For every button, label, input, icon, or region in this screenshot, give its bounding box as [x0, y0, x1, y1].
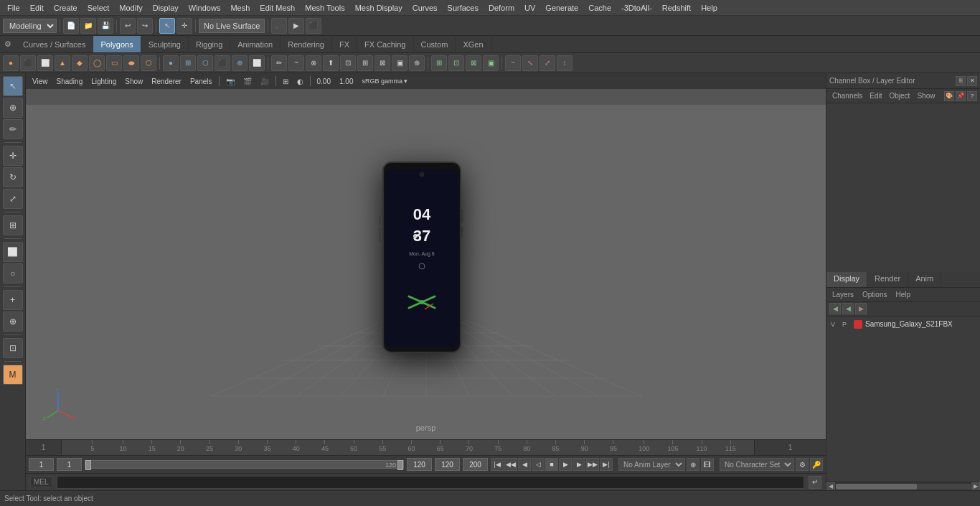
tb-new[interactable]: 📄	[63, 18, 79, 34]
frame-range-slider[interactable]: 120	[85, 460, 404, 469]
tb2-cone[interactable]: ▲	[55, 55, 70, 71]
skip-to-end-btn[interactable]: ▶|	[600, 458, 613, 471]
menu-3dtoall[interactable]: -3DtoAll-	[617, 2, 656, 14]
layers-menu[interactable]: Layers	[829, 291, 857, 299]
rp-scroll-left-btn[interactable]: ◀	[826, 482, 835, 491]
tb2-cube2[interactable]: ⬜	[37, 55, 53, 71]
vp-cam3[interactable]: 🎥	[257, 77, 273, 86]
display-tab-render[interactable]: Render	[867, 272, 908, 287]
tb2-cube[interactable]: ⬛	[20, 55, 36, 71]
lt-maya-logo[interactable]: M	[3, 365, 23, 385]
vp-panels[interactable]: Panels	[187, 77, 216, 86]
tab-rendering[interactable]: Rendering	[281, 36, 332, 52]
vp-renderer[interactable]: Renderer	[148, 77, 185, 86]
vp-scale[interactable]: 1.00	[336, 77, 357, 86]
tb-move[interactable]: ✛	[176, 18, 192, 34]
tb2-bridge[interactable]: ⊠	[374, 55, 390, 71]
cb-close-btn[interactable]: ✕	[967, 76, 977, 86]
tb2-shape5[interactable]: ⊕	[232, 55, 248, 71]
tb-render2[interactable]: ⬛	[306, 18, 321, 34]
cb-object[interactable]: Object	[887, 91, 913, 100]
next-frame-btn[interactable]: ▶	[573, 458, 585, 471]
tb2-uvl[interactable]: ⊞	[431, 55, 447, 71]
stop-btn[interactable]: ■	[545, 458, 558, 471]
menu-modify[interactable]: Modify	[115, 2, 146, 14]
step-fwd-btn[interactable]: ▶▶	[586, 458, 599, 471]
tb2-pipe[interactable]: ⬡	[141, 55, 156, 71]
menu-display[interactable]: Display	[149, 2, 183, 14]
menu-select[interactable]: Select	[83, 2, 114, 14]
menu-uv[interactable]: UV	[520, 2, 540, 14]
tb2-shape1[interactable]: ●	[163, 55, 179, 71]
tab-custom[interactable]: Custom	[414, 36, 456, 52]
tb2-def1[interactable]: ~	[505, 55, 521, 71]
cb-float-btn[interactable]: ⎘	[956, 76, 966, 86]
tb2-torus[interactable]: ◯	[89, 55, 105, 71]
layer-add2-btn[interactable]: ◀	[842, 303, 854, 314]
slider-thumb[interactable]	[85, 460, 91, 470]
menu-surfaces[interactable]: Surfaces	[443, 2, 483, 14]
lt-paint[interactable]: ⊕	[3, 98, 23, 118]
vp-show[interactable]: Show	[121, 77, 146, 86]
vp-cam2[interactable]: 🎬	[240, 77, 255, 86]
menu-file[interactable]: File	[3, 2, 24, 14]
menu-help[interactable]: Help	[697, 2, 722, 14]
cb-channels[interactable]: Channels	[829, 91, 865, 100]
lt-snap1[interactable]: +	[3, 290, 23, 310]
tab-rigging[interactable]: Rigging	[189, 36, 230, 52]
frame-end-input[interactable]	[407, 458, 432, 471]
tb2-curve[interactable]: ~	[288, 55, 304, 71]
tb2-uvl2[interactable]: ⊡	[448, 55, 464, 71]
vp-grid[interactable]: ⊞	[279, 77, 292, 86]
tb2-def2[interactable]: ⤡	[522, 55, 538, 71]
display-tab-display[interactable]: Display	[826, 272, 867, 287]
tb-render[interactable]: ▶	[288, 18, 304, 34]
tb2-shape4[interactable]: ⬛	[215, 55, 230, 71]
lt-rect[interactable]: ⬜	[3, 242, 23, 262]
lt-snap2[interactable]: ⊕	[3, 311, 23, 332]
play-back-btn[interactable]: ◁	[532, 458, 545, 471]
tb2-shape2[interactable]: ⊞	[180, 55, 196, 71]
playback-end-input[interactable]	[435, 458, 460, 471]
lt-brush[interactable]: ✏	[3, 119, 23, 139]
menu-windows[interactable]: Windows	[184, 2, 225, 14]
cb-help-btn[interactable]: ?	[967, 91, 977, 101]
tb-cam-sel[interactable]: 🎥	[271, 18, 287, 34]
tb2-disc[interactable]: ⬬	[123, 55, 139, 71]
menu-create[interactable]: Create	[50, 2, 82, 14]
tab-gear-icon[interactable]: ⚙	[0, 37, 16, 52]
tab-fx-caching[interactable]: FX Caching	[357, 36, 413, 52]
vp-shading[interactable]: Shading	[53, 77, 87, 86]
vp-lighting[interactable]: Lighting	[88, 77, 120, 86]
vp-shad1[interactable]: ◐	[293, 77, 307, 86]
menu-mesh-tools[interactable]: Mesh Tools	[301, 2, 349, 14]
lt-move[interactable]: ✛	[3, 146, 23, 166]
menu-edit-mesh[interactable]: Edit Mesh	[255, 2, 299, 14]
tab-curves-surfaces[interactable]: Curves / Surfaces	[16, 36, 93, 52]
menu-curves[interactable]: Curves	[408, 2, 442, 14]
lt-select[interactable]: ↖	[3, 76, 23, 96]
no-char-set-select[interactable]: No Character Set	[720, 458, 794, 471]
lt-rotate[interactable]: ↻	[3, 167, 23, 187]
vp-txoff[interactable]: 0.00	[314, 77, 334, 86]
cb-pin-btn[interactable]: 📌	[956, 91, 966, 101]
lt-lasso[interactable]: ○	[3, 263, 23, 284]
lt-xform[interactable]: ⊞	[3, 215, 23, 235]
viewport[interactable]: View Shading Lighting Show Renderer Pane…	[26, 73, 826, 439]
rp-scroll-right-btn[interactable]: ▶	[971, 482, 980, 491]
tb2-bevel[interactable]: ⊡	[340, 55, 356, 71]
rp-hscroll-track[interactable]	[836, 484, 971, 489]
menu-redshift[interactable]: Redshift	[658, 2, 695, 14]
prev-frame-btn[interactable]: ◀	[518, 458, 531, 471]
tb2-gem[interactable]: ◆	[72, 55, 88, 71]
mode-select[interactable]: Modeling	[3, 19, 57, 33]
tb2-uvl4[interactable]: ▣	[483, 55, 499, 71]
layer-add-btn[interactable]: ◀	[829, 303, 841, 314]
anim-layer-icon2[interactable]: 🎞	[701, 458, 714, 471]
tb2-loop[interactable]: ⊗	[306, 55, 321, 71]
tb-redo[interactable]: ↪	[137, 18, 153, 34]
tb2-bool[interactable]: ⊕	[409, 55, 425, 71]
vp-cam1[interactable]: 📷	[222, 77, 238, 86]
lt-scale[interactable]: ⤢	[3, 189, 23, 209]
tb2-fill[interactable]: ▣	[392, 55, 407, 71]
